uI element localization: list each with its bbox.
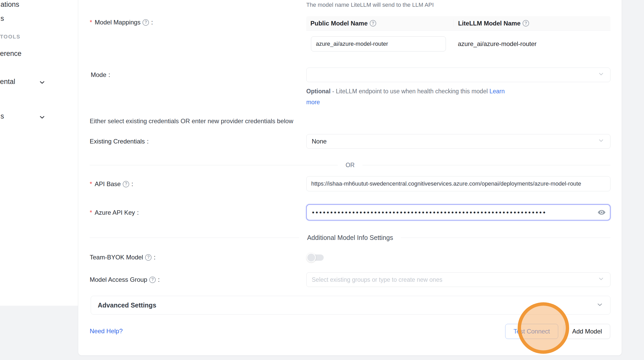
or-divider-label: OR — [338, 162, 362, 169]
column-header-litellm-model-name: LiteLLM Model Name — [453, 20, 610, 27]
model-mappings-table: Public Model Name LiteLLM Model Name azu… — [306, 16, 610, 61]
required-mark: * — [90, 19, 92, 26]
model-name-hint: The model name LiteLLM will send to the … — [306, 2, 434, 8]
table-row: azure_ai/azure-model-router — [306, 31, 610, 61]
sidebar-item[interactable]: ations — [1, 1, 19, 9]
sidebar-item-label: ations — [1, 1, 19, 8]
credentials-note: Either select existing credentials OR en… — [90, 117, 293, 125]
sidebar-item[interactable]: erence — [0, 50, 22, 58]
sidebar-item[interactable]: s — [1, 15, 4, 23]
sidebar-section-label: TOOLS — [0, 34, 21, 40]
question-circle-icon[interactable] — [145, 254, 152, 261]
team-byok-label: Team-BYOK Model : — [90, 254, 155, 261]
test-connect-button[interactable]: Test Connect — [505, 324, 558, 339]
eye-icon[interactable] — [597, 208, 606, 217]
sidebar-item[interactable]: s — [1, 112, 4, 120]
sidebar: ations s TOOLS erence ental s — [0, 0, 78, 306]
question-circle-icon[interactable] — [123, 181, 129, 187]
chevron-down-icon — [598, 276, 604, 284]
model-access-group-label: Model Access Group : — [90, 276, 160, 283]
team-byok-toggle[interactable] — [308, 254, 324, 261]
question-circle-icon[interactable] — [523, 20, 529, 27]
column-header-public-model-name: Public Model Name — [306, 20, 453, 27]
mode-hint: Optional - LiteLLM endpoint to use when … — [306, 86, 514, 108]
or-divider: OR — [90, 161, 610, 169]
advanced-settings-title: Advanced Settings — [91, 302, 156, 309]
required-mark: * — [90, 209, 92, 216]
litellm-model-name-value: azure_ai/azure-model-router — [453, 36, 537, 51]
model-access-group-placeholder: Select existing groups or type to create… — [312, 276, 442, 283]
question-circle-icon[interactable] — [149, 277, 156, 283]
chevron-down-icon — [598, 137, 604, 146]
mode-label: Mode : — [91, 71, 110, 78]
api-base-label: * API Base : — [90, 180, 133, 188]
public-model-name-input[interactable] — [311, 36, 446, 51]
azure-api-key-label: * Azure API Key : — [90, 209, 139, 216]
advanced-settings-panel[interactable]: Advanced Settings — [91, 296, 610, 315]
add-model-card: The model name LiteLLM will send to the … — [78, 0, 622, 356]
api-base-input[interactable] — [306, 176, 610, 191]
toggle-knob — [307, 253, 316, 262]
required-mark: * — [90, 180, 92, 188]
chevron-down-icon — [38, 79, 46, 87]
mode-select[interactable] — [306, 68, 610, 82]
model-mappings-label: * Model Mappings : — [90, 19, 153, 26]
chevron-down-icon — [38, 114, 46, 122]
existing-credentials-label: Existing Credentials : — [90, 138, 149, 145]
chevron-down-icon — [596, 301, 603, 309]
add-model-button[interactable]: Add Model — [564, 324, 610, 339]
need-help-link[interactable]: Need Help? — [90, 328, 123, 335]
sidebar-item-label: erence — [0, 50, 22, 57]
existing-credentials-select[interactable]: None — [306, 134, 610, 149]
additional-settings-divider: Additional Model Info Settings — [90, 234, 610, 241]
azure-api-key-input[interactable]: ••••••••••••••••••••••••••••••••••••••••… — [306, 204, 610, 220]
sidebar-item-label: ental — [0, 78, 15, 86]
sidebar-item-label: s — [1, 112, 4, 120]
question-circle-icon[interactable] — [370, 20, 376, 27]
chevron-down-icon — [598, 71, 604, 79]
additional-settings-divider-label: Additional Model Info Settings — [299, 234, 401, 241]
model-access-group-select[interactable]: Select existing groups or type to create… — [306, 272, 610, 287]
existing-credentials-value: None — [312, 138, 327, 145]
masked-password-value: ••••••••••••••••••••••••••••••••••••••••… — [312, 209, 546, 216]
table-header-row: Public Model Name LiteLLM Model Name — [306, 16, 610, 31]
question-circle-icon[interactable] — [142, 19, 149, 26]
sidebar-item[interactable]: ental — [0, 78, 15, 86]
page: ations s TOOLS erence ental s The model … — [0, 0, 644, 360]
sidebar-item-label: s — [1, 15, 4, 22]
